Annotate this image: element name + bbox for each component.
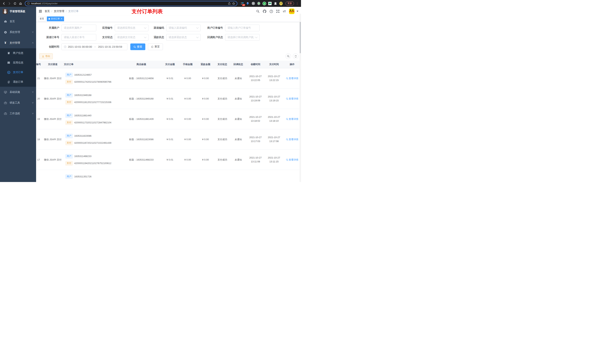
product-title-cell: 标题：1635311823086 — [122, 136, 161, 143]
monitor-check-icon — [4, 91, 7, 94]
sidebar-item-merchant-info[interactable]: 商户信息 — [0, 48, 36, 58]
table-row: 19 微信 JSAPI 支付 商户 1635311881440 支付 42000… — [36, 109, 301, 129]
extension-chat-icon[interactable] — [268, 2, 272, 5]
table-grid-icon — [7, 61, 10, 64]
browser-update-button[interactable]: 更新 — [285, 1, 294, 6]
notify-status-select[interactable]: 请选择订单回调商户状态 — [225, 34, 259, 41]
view-detail-link[interactable]: 查看详情 — [286, 97, 298, 100]
avatar-dropdown-caret[interactable] — [297, 11, 298, 12]
view-detail-link[interactable]: 查看详情 — [286, 77, 298, 80]
breadcrumb: 首页 / 支付管理 / 支付订单 — [45, 10, 79, 13]
chevron-down-icon — [196, 36, 199, 38]
sidebar-item-home[interactable]: 首页 — [0, 16, 36, 27]
share-icon[interactable] — [228, 2, 231, 5]
pay-time-cell: 2021-10-2713:19:15 — [265, 94, 283, 104]
merchant-tag: 商户 — [65, 134, 73, 138]
view-detail-link[interactable]: 查看详情 — [286, 138, 298, 141]
merchant-input[interactable]: 请选择所属商户 — [62, 25, 96, 31]
bookmark-star-icon[interactable] — [232, 2, 235, 5]
chevron-down-icon — [196, 26, 199, 29]
fee-amount-cell: ¥ 0.00 — [179, 95, 197, 102]
search-button[interactable]: 搜索 — [130, 43, 145, 50]
reset-button[interactable]: 重置 — [148, 43, 163, 50]
pay-tag: 支付 — [65, 80, 73, 84]
view-detail-link[interactable]: 查看详情 — [286, 158, 298, 161]
pay-order-cell: 商户 1635311468233 支付 42000011942021102767… — [64, 152, 122, 167]
create-time-cell: 2021-10-2713:19:09 — [246, 94, 265, 104]
pay-status-cell — [214, 178, 230, 182]
profile-avatar-icon[interactable] — [279, 2, 283, 5]
breadcrumb-current: 支付订单 — [68, 10, 79, 13]
notify-status-cell: 未通知 — [230, 116, 246, 123]
user-avatar[interactable] — [289, 9, 294, 14]
product-title-cell: 标题：1635311468233 — [122, 156, 161, 163]
refresh-button[interactable] — [293, 53, 298, 59]
help-icon[interactable]: ? — [269, 10, 273, 13]
order-id-cell — [36, 178, 42, 182]
channel-order-input[interactable]: 请输入渠道订单号 — [62, 34, 96, 41]
pay-status-select[interactable]: 请选择支付状态 — [115, 34, 149, 41]
home-icon[interactable] — [18, 1, 23, 6]
pay-tag: 支付 — [65, 100, 73, 104]
site-info-icon[interactable] — [27, 2, 30, 5]
close-icon[interactable]: ✕ — [61, 18, 62, 20]
browser-menu-icon[interactable]: ⋮ — [296, 2, 298, 5]
extension-command-icon[interactable] — [251, 2, 255, 5]
search-icon[interactable] — [256, 10, 259, 13]
order-id-cell: 21 — [36, 75, 42, 82]
sidebar-item-devtools[interactable]: 研发工具 ᐯ — [0, 97, 36, 108]
channel-code-select[interactable]: 请输入渠道编码 — [166, 25, 201, 31]
merchant-tag: 商户 — [65, 174, 73, 179]
app-logo[interactable]: 芋道管理系统 — [0, 7, 36, 16]
extension-record-icon[interactable] — [257, 2, 261, 5]
table-row: 20 微信 JSAPI 支付 商户 1635311949168 支付 42000… — [36, 89, 301, 109]
tag-home[interactable]: 首页 — [38, 16, 46, 21]
tag-pay-order[interactable]: 支付订单 ✕ — [47, 16, 64, 21]
extension-gem-icon[interactable] — [246, 2, 249, 5]
merchant-order-input[interactable]: 请输入商户订单编号 — [225, 25, 259, 31]
sidebar-item-app-info[interactable]: 应用信息 — [0, 58, 36, 68]
forward-icon[interactable] — [7, 1, 12, 6]
github-icon[interactable] — [263, 10, 266, 13]
fullscreen-icon[interactable] — [276, 10, 280, 13]
pay-channel-cell: 微信 JSAPI 支付 — [42, 156, 64, 163]
chevron-down-icon — [144, 36, 146, 38]
back-icon[interactable] — [1, 1, 6, 6]
reload-icon[interactable] — [13, 1, 17, 6]
extensions-puzzle-icon[interactable] — [274, 2, 277, 5]
fee-amount-cell: ¥ 0.00 — [179, 116, 197, 122]
sidebar-item-refund-order[interactable]: 退款订单 — [0, 77, 36, 87]
breadcrumb-home[interactable]: 首页 — [45, 10, 50, 13]
extension-y-icon[interactable]: y — [262, 2, 266, 5]
sidebar-fold-icon[interactable] — [39, 10, 42, 13]
view-detail-link[interactable]: 查看详情 — [286, 117, 298, 121]
refund-status-select[interactable]: 请选择退款状态 — [166, 34, 201, 41]
scrollbar-thumb[interactable] — [300, 22, 301, 53]
create-time-cell: 2021-10-2713:17:03 — [246, 134, 265, 145]
export-button[interactable]: 导出 — [39, 53, 53, 59]
app-select[interactable]: 请选择应用信息 — [115, 25, 149, 31]
table-row: 21 微信 JSAPI 支付 商户 1635312124657 支付 42000… — [36, 68, 301, 89]
extension-grid-icon[interactable]: 10 — [240, 2, 244, 5]
pay-tag: 支付 — [65, 120, 73, 125]
toggle-search-button[interactable] — [285, 53, 291, 59]
breadcrumb-pay[interactable]: 支付管理 — [54, 10, 64, 13]
clock-icon — [64, 45, 66, 48]
chevron-down-icon: ᐯ — [32, 91, 33, 93]
sidebar-item-pay[interactable]: ¥ 支付管理 ᐱ — [0, 38, 36, 48]
create-time-range-picker[interactable]: 2021-10-01 00:00:00 - 2021-10-31 23:59:5… — [62, 43, 127, 50]
shop-icon — [7, 52, 10, 54]
action-cell: 查看详情 — [283, 95, 301, 102]
pay-time-cell: 2021-10-2713:22:15 — [265, 73, 283, 84]
product-title-cell: 标题：1635311949168 — [122, 95, 161, 102]
url-bar[interactable]: localhost:1024/pay/order — [25, 1, 237, 6]
font-size-icon[interactable]: ᴛT — [283, 10, 286, 13]
sidebar-item-system[interactable]: 系统管理 ᐯ — [0, 27, 36, 38]
create-time-cell — [246, 178, 265, 182]
sidebar-item-workflow[interactable]: 工作流程 ᐯ — [0, 108, 36, 119]
sidebar-item-infra[interactable]: 基础设施 ᐯ — [0, 87, 36, 97]
refund-amount-cell: ¥ 0.00 — [197, 116, 214, 122]
sidebar-item-pay-order[interactable]: ¥ 支付订单 — [0, 68, 36, 77]
logo-rabbit-image — [3, 9, 8, 14]
refund-amount-cell: ¥ 0.00 — [197, 156, 214, 163]
